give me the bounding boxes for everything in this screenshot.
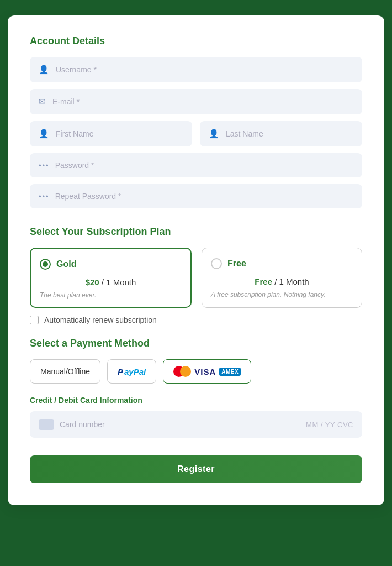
subscription-section: Select Your Subscription Plan Gold $20 /… [30,226,362,324]
password-field-wrapper[interactable]: ••• [30,153,362,177]
firstname-input[interactable] [56,129,183,138]
payment-methods-container: Manual/Offline PayPal VISA AMEX [30,359,362,384]
card-chip-icon [39,419,54,430]
plan-free-header: Free [211,258,353,269]
payment-section: Select a Payment Method Manual/Offline P… [30,338,362,438]
plan-gold-price: $20 / 1 Month [40,277,182,287]
payment-title: Select a Payment Method [30,338,362,349]
plan-free-name: Free [227,259,246,269]
account-details-section: Account Details 👤 ✉ 👤 👤 [30,35,362,208]
plan-free-price: Free / 1 Month [211,277,353,286]
plan-gold-name: Gold [56,259,76,269]
firstname-icon: 👤 [39,129,49,139]
email-icon: ✉ [39,97,46,107]
credit-card-section-label: Credit / Debit Card Information [30,396,362,405]
plan-gold-header: Gold [40,259,182,270]
repeat-password-input[interactable] [55,192,353,201]
registration-card: Account Details 👤 ✉ 👤 👤 [8,15,384,505]
plan-gold-radio[interactable] [40,259,51,270]
payment-paypal-button[interactable]: PayPal [107,359,156,384]
firstname-field-wrapper[interactable]: 👤 [30,121,192,146]
plan-gold-period: / 1 Month [102,277,136,287]
username-field-wrapper[interactable]: 👤 [30,57,362,82]
username-group: 👤 [30,57,362,82]
card-number-left: Card number [39,419,105,430]
plan-free[interactable]: Free Free / 1 Month A free subscription … [202,248,362,308]
register-button[interactable]: Register [30,455,362,483]
mastercard-icon [173,365,191,378]
mc-right-circle [180,366,191,377]
card-number-field[interactable]: Card number MM / YY CVC [30,411,362,438]
payment-card-button[interactable]: VISA AMEX [163,359,251,384]
card-expiry-cvc: MM / YY CVC [306,421,353,429]
plan-cards-container: Gold $20 / 1 Month The best plan ever. F… [30,248,362,308]
password-group: ••• [30,153,362,177]
repeat-password-field-wrapper[interactable]: ••• [30,184,362,208]
subscription-title: Select Your Subscription Plan [30,226,362,238]
account-details-title: Account Details [30,35,362,47]
name-row: 👤 👤 [30,121,362,146]
auto-renew-label: Automatically renew subscription [44,316,157,324]
repeat-password-icon: ••• [39,192,50,201]
plan-gold-radio-dot [43,261,48,267]
card-number-placeholder: Card number [60,420,105,429]
email-input[interactable] [52,97,353,106]
paypal-p-icon: P [118,367,123,376]
email-group: ✉ [30,89,362,114]
password-input[interactable] [55,161,353,170]
payment-manual-label: Manual/Offline [40,367,90,376]
plan-gold[interactable]: Gold $20 / 1 Month The best plan ever. [30,248,192,308]
auto-renew-row: Automatically renew subscription [30,316,362,324]
repeat-password-group: ••• [30,184,362,208]
paypal-ay-icon: ayPal [124,367,146,376]
amex-icon: AMEX [219,368,241,376]
plan-free-desc: A free subscription plan. Nothing fancy. [211,291,353,298]
lastname-input[interactable] [226,129,353,138]
plan-free-radio[interactable] [211,258,222,269]
visa-icon: VISA [194,367,216,376]
lastname-field-wrapper[interactable]: 👤 [200,121,362,146]
lastname-icon: 👤 [209,129,219,139]
plan-free-period: / 1 Month [274,277,309,286]
paypal-logo: PayPal [118,367,146,376]
plan-gold-desc: The best plan ever. [40,291,182,299]
payment-manual-button[interactable]: Manual/Offline [30,359,100,384]
username-input[interactable] [56,65,353,74]
email-field-wrapper[interactable]: ✉ [30,89,362,114]
auto-renew-checkbox[interactable] [30,316,39,324]
username-icon: 👤 [39,65,49,75]
password-icon: ••• [39,161,50,170]
